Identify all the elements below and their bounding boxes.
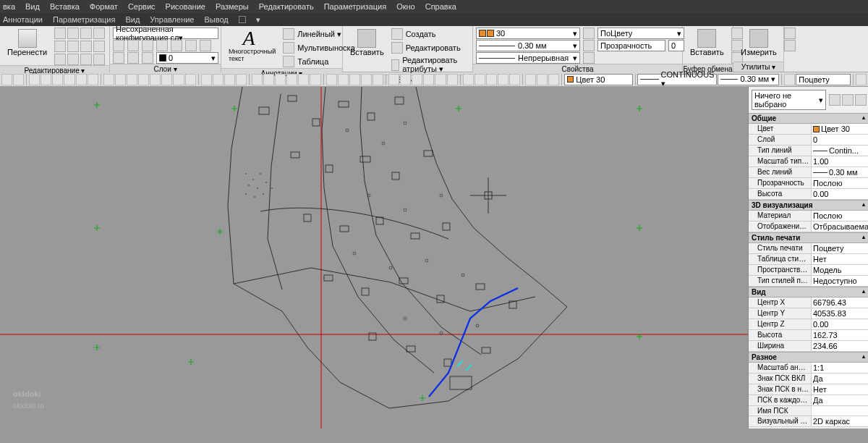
lineweight-combo[interactable]: 0.30 мм▾	[476, 40, 580, 51]
prop-value[interactable]: 162.73	[811, 330, 868, 340]
prop-value[interactable]: Отбрасываема...	[811, 222, 868, 232]
prop-section-header[interactable]: Разное	[749, 352, 868, 363]
color-combo[interactable]: 30▾	[476, 28, 580, 39]
tb-icon[interactable]	[423, 74, 434, 85]
tb-icon[interactable]	[447, 74, 458, 85]
tab[interactable]: Параметризация	[53, 15, 115, 24]
tb-icon[interactable]	[275, 74, 286, 85]
measure-button[interactable]: Измерить	[736, 28, 781, 58]
tb-icon[interactable]	[856, 74, 867, 85]
prop-row[interactable]: Масштаб типа л...1.00	[749, 156, 868, 167]
tb-icon[interactable]	[103, 74, 114, 85]
prop-value[interactable]: Послою	[811, 211, 868, 221]
bycolor-combo[interactable]: ПоЦвету▾	[597, 28, 684, 39]
insert-block-button[interactable]: Вставить	[346, 28, 388, 58]
prop-value[interactable]: Модель	[811, 265, 868, 275]
tb-icon[interactable]	[548, 74, 559, 85]
prop-row[interactable]: ПрозрачностьПослою	[749, 178, 868, 189]
tb-weight-combo[interactable]: 0.30 мм ▾	[718, 74, 779, 85]
prop-value[interactable]: Цвет 30	[811, 124, 868, 134]
layer-icon[interactable]	[127, 40, 139, 51]
layer-icon[interactable]	[171, 40, 182, 51]
tool-icon[interactable]	[54, 28, 66, 39]
list-icon[interactable]	[583, 52, 595, 64]
tb-icon[interactable]	[138, 74, 149, 85]
util-icon[interactable]	[784, 28, 796, 39]
tb-icon[interactable]	[361, 74, 372, 85]
tool-icon[interactable]	[80, 28, 92, 39]
prop-row[interactable]: Центр Z0.00	[749, 319, 868, 330]
move-button[interactable]: Перенести	[3, 28, 51, 58]
prop-section-header[interactable]: Вид	[749, 287, 868, 298]
tb-icon[interactable]	[537, 74, 548, 85]
tb-icon[interactable]	[115, 74, 126, 85]
tb-icon[interactable]	[326, 74, 337, 85]
prop-row[interactable]: Масштаб аннота...1:1	[749, 363, 868, 374]
current-layer-combo[interactable]: 0▾	[156, 52, 218, 64]
layer-icon[interactable]	[156, 40, 168, 51]
tb-icon[interactable]	[463, 74, 474, 85]
prop-value[interactable]: 2D каркас	[811, 416, 868, 426]
tb-icon[interactable]	[150, 74, 161, 85]
layer-icon[interactable]	[127, 52, 139, 64]
tb-icon[interactable]	[784, 74, 795, 85]
tab[interactable]: Вывод	[204, 15, 228, 24]
tb-icon[interactable]	[373, 74, 383, 85]
layer-icon[interactable]	[142, 52, 153, 64]
tb-plotstyle-combo[interactable]: Поцвету	[796, 74, 850, 85]
tb-icon[interactable]	[173, 74, 184, 85]
prop-value[interactable]: Да	[811, 374, 868, 384]
tab[interactable]: Управление	[150, 15, 194, 24]
tb-icon[interactable]	[298, 74, 309, 85]
tb-icon[interactable]	[76, 74, 87, 85]
tool-icon[interactable]	[67, 28, 79, 39]
props-icon[interactable]	[583, 40, 595, 51]
menu-item[interactable]: Рисование	[166, 2, 205, 11]
panel-title[interactable]: Слои ▾	[110, 64, 221, 74]
prop-row[interactable]: Высота0.00	[749, 189, 868, 200]
prop-row[interactable]: Знак ПСК ВКЛДа	[749, 374, 868, 384]
tb-icon[interactable]	[400, 74, 411, 85]
tool-icon[interactable]	[54, 41, 66, 52]
tb-icon[interactable]	[338, 74, 349, 85]
tab[interactable]: Аннотации	[3, 15, 43, 24]
tool-icon[interactable]	[93, 41, 105, 52]
qselect-icon[interactable]	[842, 94, 854, 106]
tb-icon[interactable]	[88, 74, 98, 85]
menu-item[interactable]: Справка	[425, 2, 456, 11]
prop-section-header[interactable]: Общие	[749, 113, 868, 124]
tool-icon[interactable]	[67, 54, 79, 65]
prop-row[interactable]: Знак ПСК в нач. ...Нет	[749, 384, 868, 395]
tb-icon[interactable]	[201, 74, 212, 85]
prop-value[interactable]: 1.00	[811, 156, 868, 166]
transparency-combo[interactable]: Прозрачность	[597, 40, 665, 51]
menu-item[interactable]: Размеры	[216, 2, 249, 11]
tool-icon[interactable]	[80, 41, 92, 52]
prop-row[interactable]: Визуальный стиль2D каркас	[749, 416, 868, 427]
layer-icon[interactable]	[200, 40, 211, 51]
tb-icon[interactable]	[236, 74, 247, 85]
prop-value[interactable]	[811, 406, 868, 415]
paste-button[interactable]: Вставить	[686, 28, 728, 58]
prop-row[interactable]: Пространство та...Модель	[749, 265, 868, 276]
expand-icon[interactable]	[239, 16, 246, 23]
panel-title[interactable]: Утилиты ▾	[733, 62, 783, 72]
tb-icon[interactable]	[486, 74, 497, 85]
menu-item[interactable]: Формат	[90, 2, 118, 11]
prop-value[interactable]: 0.00	[811, 319, 868, 329]
tb-ltype-combo[interactable]: CONTINUOUS ▾	[637, 74, 717, 85]
tb-icon[interactable]	[388, 74, 399, 85]
prop-value[interactable]: Поцвету	[811, 243, 868, 253]
create-block-button[interactable]: Создать	[391, 28, 469, 41]
layer-icon[interactable]	[142, 40, 153, 51]
prop-value[interactable]: 0.30 мм	[811, 167, 868, 177]
prop-row[interactable]: Таблица стилей ...Нет	[749, 254, 868, 265]
prop-row[interactable]: Тип стилей печатиНедоступно	[749, 276, 868, 287]
tb-icon[interactable]	[1, 74, 12, 85]
util-icon[interactable]	[784, 40, 796, 51]
layer-icon[interactable]	[113, 52, 124, 64]
tb-icon[interactable]	[412, 74, 422, 85]
tb-icon[interactable]	[224, 74, 235, 85]
prop-value[interactable]: Contin...	[811, 145, 868, 156]
prop-value[interactable]: Послою	[811, 178, 868, 188]
